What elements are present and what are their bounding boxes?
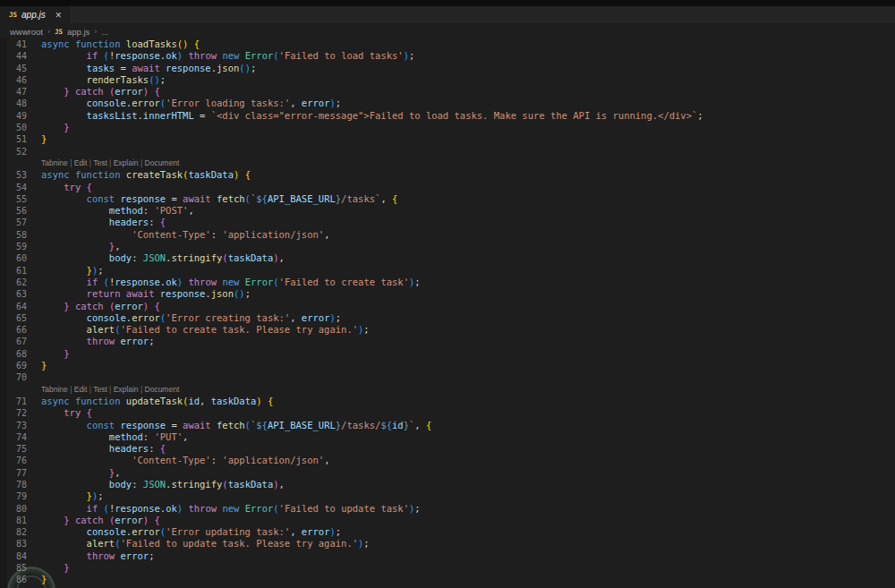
code-text: const response = await fetch(`${API_BASE… <box>27 193 397 205</box>
code-line[interactable]: 81 } catch (error) { <box>0 515 895 526</box>
code-text: body: JSON.stringify(taskData), <box>27 479 285 490</box>
codelens-link-edit[interactable]: Edit <box>74 158 88 167</box>
code-line[interactable]: 80 if (!response.ok) throw new Error('Fa… <box>0 503 895 515</box>
code-text: }); <box>27 490 104 502</box>
codelens-separator: | <box>68 385 74 394</box>
code-line[interactable]: 45 tasks = await response.json(); <box>0 63 895 74</box>
codelens-link-document[interactable]: Document <box>145 158 180 167</box>
code-line[interactable]: 64 } catch (error) { <box>0 301 895 312</box>
code-line[interactable]: 48 console.error('Error loading tasks:',… <box>0 98 895 109</box>
codelens-links: Tabnine | Edit | Test | Explain | Docume… <box>27 384 179 396</box>
code-line[interactable]: 55 const response = await fetch(`${API_B… <box>0 193 895 205</box>
code-line[interactable]: 73 const response = await fetch(`${API_B… <box>0 420 895 431</box>
code-line[interactable]: 52 <box>0 146 895 158</box>
code-line[interactable]: 79 }); <box>0 490 895 502</box>
codelens-link-explain[interactable]: Explain <box>114 385 139 394</box>
code-line[interactable]: 57 headers: { <box>0 217 895 228</box>
codelens-separator: | <box>107 385 114 394</box>
code-text: if (!response.ok) throw new Error('Faile… <box>27 50 414 62</box>
code-text: try { <box>27 407 92 419</box>
code-text: renderTasks(); <box>27 74 166 86</box>
code-text: }, <box>27 241 121 252</box>
code-text: async function updateTask(id, taskData) … <box>27 396 273 407</box>
code-text: headers: { <box>27 443 166 455</box>
code-text: try { <box>27 182 92 193</box>
codelens-line[interactable]: Tabnine | Edit | Test | Explain | Docume… <box>0 158 895 169</box>
code-text: } <box>27 574 47 585</box>
code-text: } <box>27 562 70 574</box>
code-line[interactable]: 54 try { <box>0 182 895 193</box>
code-line[interactable]: 41async function loadTasks() { <box>0 38 895 50</box>
code-line[interactable]: 58 'Content-Type': 'application/json', <box>0 229 895 241</box>
code-line[interactable]: 62 if (!response.ok) throw new Error('Fa… <box>0 277 895 288</box>
code-text: 'Content-Type': 'application/json', <box>27 229 329 241</box>
code-line[interactable]: 75 headers: { <box>0 443 895 455</box>
code-line[interactable]: 76 'Content-Type': 'application/json', <box>0 455 895 466</box>
codelens-links: Tabnine | Edit | Test | Explain | Docume… <box>27 158 179 169</box>
code-line[interactable]: 68 } <box>0 348 895 360</box>
code-area[interactable]: 41async function loadTasks() {44 if (!re… <box>0 38 895 588</box>
code-text: tasks = await response.json(); <box>27 63 256 74</box>
code-line[interactable]: 61 }); <box>0 265 895 277</box>
codelens-separator: | <box>68 158 74 167</box>
code-text: } catch (error) { <box>27 515 160 526</box>
tab-label: app.js <box>21 10 46 20</box>
code-line[interactable]: 47 } catch (error) { <box>0 86 895 98</box>
code-line[interactable]: 56 method: 'POST', <box>0 205 895 217</box>
codelens-link-tabnine[interactable]: Tabnine <box>41 158 68 167</box>
chevron-right-icon: › <box>47 27 50 36</box>
close-tab-icon[interactable]: × <box>55 9 62 21</box>
code-text: return await response.json(); <box>27 288 251 300</box>
code-line[interactable]: 63 return await response.json(); <box>0 288 895 300</box>
code-line[interactable]: 83 alert('Failed to update task. Please … <box>0 538 895 550</box>
javascript-file-icon: JS <box>9 11 17 19</box>
code-line[interactable]: 60 body: JSON.stringify(taskData), <box>0 252 895 264</box>
code-line[interactable]: 84 throw error; <box>0 550 895 562</box>
code-line[interactable]: 65 console.error('Error creating task:',… <box>0 312 895 324</box>
breadcrumb-item-symbol[interactable]: ... <box>101 27 108 37</box>
code-line[interactable]: 46 renderTasks(); <box>0 74 895 86</box>
code-text: } catch (error) { <box>27 86 160 98</box>
code-line[interactable]: 59 }, <box>0 241 895 252</box>
code-text: } <box>27 348 70 360</box>
code-text: tasksList.innerHTML = `<div class="error… <box>27 110 703 122</box>
codelens-link-explain[interactable]: Explain <box>114 158 139 167</box>
code-text: const response = await fetch(`${API_BASE… <box>27 420 431 431</box>
codelens-link-test[interactable]: Test <box>93 158 107 167</box>
codelens-link-document[interactable]: Document <box>145 385 180 394</box>
code-line[interactable]: 72 try { <box>0 407 895 419</box>
code-text: } <box>27 360 47 371</box>
code-editor: 41async function loadTasks() {44 if (!re… <box>0 38 895 588</box>
code-line[interactable]: 51} <box>0 133 895 145</box>
code-text: if (!response.ok) throw new Error('Faile… <box>27 503 421 515</box>
codelens-separator: | <box>139 158 145 167</box>
code-text: method: 'POST', <box>27 205 194 217</box>
codelens-link-test[interactable]: Test <box>93 385 107 394</box>
chevron-right-icon: › <box>94 27 97 36</box>
code-line[interactable]: 82 console.error('Error updating task:',… <box>0 526 895 538</box>
code-line[interactable]: 71async function updateTask(id, taskData… <box>0 396 895 407</box>
breadcrumb-item-appjs[interactable]: app.js <box>67 27 90 37</box>
codelens-link-tabnine[interactable]: Tabnine <box>41 385 68 394</box>
code-line[interactable]: 70 <box>0 371 895 383</box>
code-text: console.error('Error updating task:', er… <box>27 526 341 538</box>
code-line[interactable]: 77 }, <box>0 467 895 479</box>
code-text: } <box>27 122 70 133</box>
code-line[interactable]: 49 tasksList.innerHTML = `<div class="er… <box>0 110 895 122</box>
code-line[interactable]: 44 if (!response.ok) throw new Error('Fa… <box>0 50 895 62</box>
code-line[interactable]: 67 throw error; <box>0 336 895 347</box>
code-line[interactable]: 50 } <box>0 122 895 133</box>
code-text: console.error('Error loading tasks:', er… <box>27 98 341 109</box>
codelens-link-edit[interactable]: Edit <box>74 385 88 394</box>
code-line[interactable]: 74 method: 'PUT', <box>0 431 895 443</box>
code-line[interactable]: 78 body: JSON.stringify(taskData), <box>0 479 895 490</box>
code-line[interactable]: 66 alert('Failed to create task. Please … <box>0 324 895 336</box>
codelens-line[interactable]: Tabnine | Edit | Test | Explain | Docume… <box>0 384 895 396</box>
tab-appjs[interactable]: JS app.js × <box>0 6 72 23</box>
code-line[interactable]: 69} <box>0 360 895 371</box>
code-line[interactable]: 86} <box>0 574 895 585</box>
codelens-separator: | <box>139 385 145 394</box>
code-line[interactable]: 85 } <box>0 562 895 574</box>
code-line[interactable]: 53async function createTask(taskData) { <box>0 169 895 181</box>
breadcrumb-item-wwwroot[interactable]: wwwroot <box>10 27 43 37</box>
